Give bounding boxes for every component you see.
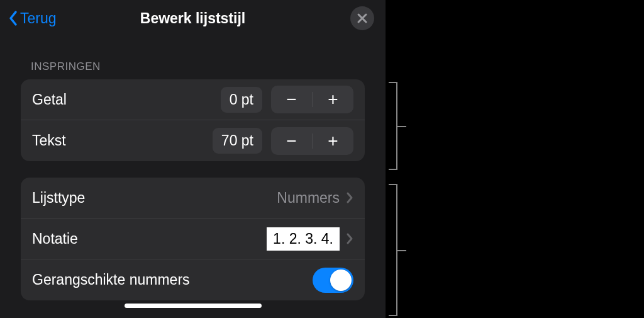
callout-bracket-indent (389, 82, 397, 170)
list-type-value: Nummers (277, 190, 340, 207)
notation-row[interactable]: Notatie 1. 2. 3. 4. (21, 219, 365, 259)
ranked-numbers-toggle[interactable] (313, 268, 353, 293)
indent-text-decrement[interactable]: − (271, 127, 312, 155)
list-type-label: Lijsttype (32, 190, 277, 207)
edit-list-style-panel: Terug Bewerk lijststijl INSPRINGEN Getal… (0, 0, 386, 318)
notation-label: Notatie (32, 230, 267, 247)
indent-text-stepper: − + (271, 127, 353, 155)
indent-number-stepper: − + (271, 86, 353, 113)
chevron-right-icon (346, 191, 353, 204)
ranked-numbers-label: Gerangschikte nummers (32, 271, 313, 288)
indent-text-increment[interactable]: + (313, 127, 353, 155)
section-header-indent: INSPRINGEN (0, 35, 386, 79)
toggle-knob (330, 270, 352, 291)
indent-text-label: Tekst (32, 132, 213, 149)
notation-value: 1. 2. 3. 4. (267, 227, 340, 251)
list-settings-group: Lijsttype Nummers Notatie 1. 2. 3. 4. Ge… (21, 178, 365, 300)
back-button[interactable]: Terug (8, 9, 57, 27)
home-indicator (125, 304, 262, 308)
close-button[interactable] (350, 6, 374, 30)
indent-number-value[interactable]: 0 pt (221, 87, 262, 113)
back-label: Terug (20, 10, 57, 27)
indent-number-row: Getal 0 pt − + (21, 79, 365, 120)
close-icon (357, 13, 368, 24)
indent-text-value[interactable]: 70 pt (213, 128, 262, 154)
indent-number-decrement[interactable]: − (271, 86, 312, 113)
panel-title: Bewerk lijststijl (140, 10, 245, 27)
chevron-left-icon (8, 9, 19, 27)
chevron-right-icon (346, 232, 353, 245)
indent-text-row: Tekst 70 pt − + (21, 120, 365, 161)
indent-number-label: Getal (32, 91, 221, 108)
panel-header: Terug Bewerk lijststijl (0, 0, 386, 35)
ranked-numbers-row: Gerangschikte nummers (21, 259, 365, 300)
indent-number-increment[interactable]: + (313, 86, 353, 113)
list-type-row[interactable]: Lijsttype Nummers (21, 178, 365, 219)
callout-bracket-list (389, 184, 397, 316)
indent-group: Getal 0 pt − + Tekst 70 pt − + (21, 79, 365, 161)
